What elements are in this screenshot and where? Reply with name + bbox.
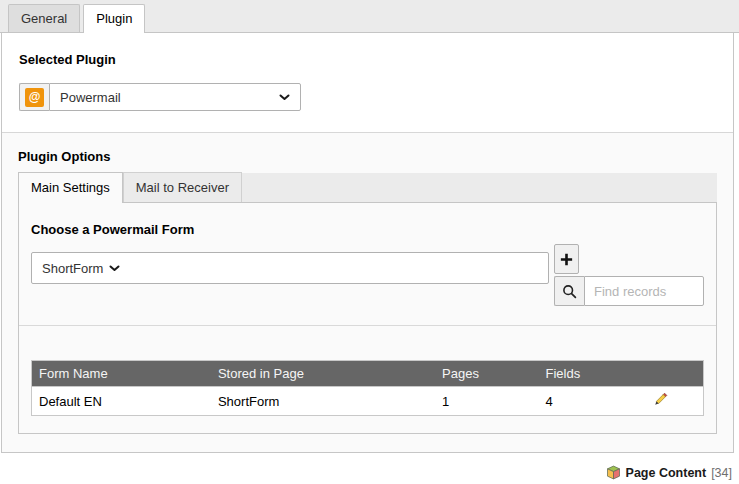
forms-table: Form Name Stored in Page Pages Fields De…: [31, 360, 704, 416]
selected-plugin-select[interactable]: Powermail: [49, 83, 301, 111]
cell-stored-in-page: ShortForm: [211, 387, 435, 416]
header-actions: [638, 361, 704, 387]
search-button[interactable]: [554, 276, 584, 306]
record-tabbar: General Plugin: [0, 0, 739, 33]
powermail-at-icon: @: [25, 88, 44, 107]
record-type-label: Page Content: [626, 466, 707, 480]
edit-pencil-icon: [653, 392, 668, 407]
form-select-section: Choose a Powermail Form ShortForm: [19, 203, 716, 325]
forms-table-section: Form Name Stored in Page Pages Fields De…: [19, 326, 716, 433]
chevron-down-icon: [109, 265, 120, 272]
plugin-options-fieldset: Plugin Options Main Settings Mail to Rec…: [2, 132, 733, 452]
powermail-form-select[interactable]: ShortForm: [31, 252, 549, 284]
tab-mail-to-receiver[interactable]: Mail to Receiver: [123, 172, 242, 202]
cell-form-name: Default EN: [32, 387, 211, 416]
record-toolbar: [554, 244, 704, 306]
header-fields: Fields: [538, 361, 637, 387]
table-header-row: Form Name Stored in Page Pages Fields: [32, 361, 704, 387]
header-stored-in-page: Stored in Page: [211, 361, 435, 387]
table-row: Default EN ShortForm 1 4: [32, 387, 704, 416]
cell-actions: [638, 387, 704, 416]
add-record-button[interactable]: [554, 244, 579, 274]
selected-plugin-label: Selected Plugin: [19, 52, 716, 67]
flexform-tabbar: Main Settings Mail to Receiver: [18, 173, 717, 203]
header-pages: Pages: [435, 361, 538, 387]
main-settings-panel: Choose a Powermail Form ShortForm: [18, 203, 717, 434]
header-form-name: Form Name: [32, 361, 211, 387]
plus-icon: [560, 253, 573, 266]
edit-record-button[interactable]: [653, 392, 668, 407]
form-select-row: ShortForm: [31, 244, 704, 306]
cell-pages: 1: [435, 387, 538, 416]
tab-general[interactable]: General: [8, 4, 80, 32]
tab-plugin[interactable]: Plugin: [83, 4, 145, 33]
selected-plugin-value: Powermail: [60, 90, 273, 105]
selected-plugin-fieldset: Selected Plugin @ Powermail: [2, 33, 733, 132]
content-cube-icon: [606, 465, 621, 480]
record-info-footer: Page Content [34]: [0, 465, 732, 480]
plugin-options-label: Plugin Options: [18, 149, 717, 164]
cell-fields: 4: [538, 387, 637, 416]
search-icon: [562, 284, 577, 299]
tab-main-settings[interactable]: Main Settings: [18, 172, 123, 203]
powermail-form-value: ShortForm: [42, 261, 103, 276]
selected-plugin-select-group: @ Powermail: [19, 83, 301, 111]
find-records-input[interactable]: [584, 276, 704, 306]
choose-form-label: Choose a Powermail Form: [31, 222, 704, 237]
record-uid: [34]: [711, 466, 732, 480]
selected-plugin-addon: @: [19, 83, 49, 111]
find-records-group: [554, 276, 704, 306]
chevron-down-icon: [279, 94, 290, 101]
plugin-tab-panel: Selected Plugin @ Powermail Plugin Optio…: [1, 33, 734, 453]
